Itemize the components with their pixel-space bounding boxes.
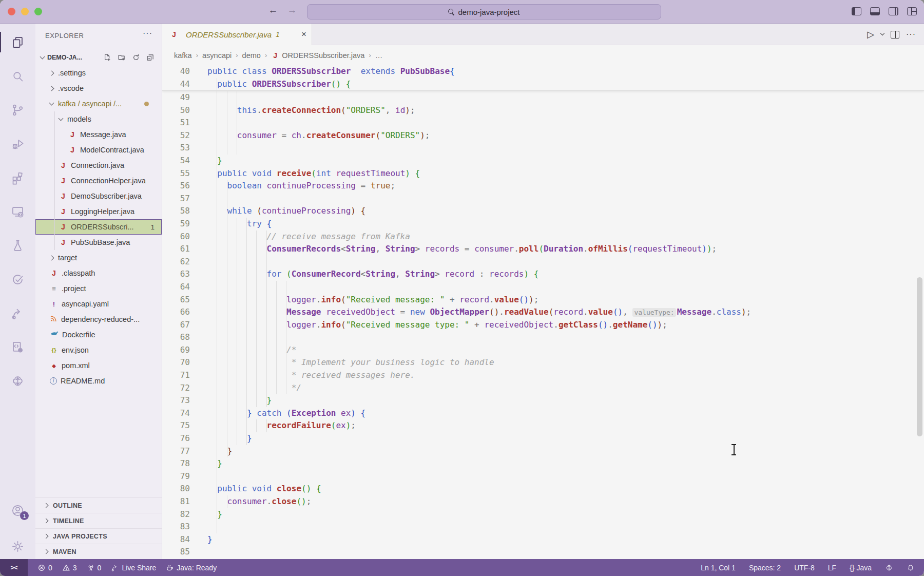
- run-dropdown-chevron-icon[interactable]: [880, 31, 884, 35]
- back-arrow-icon[interactable]: ←: [266, 5, 280, 16]
- sidebar-section-outline[interactable]: OUTLINE: [35, 497, 162, 513]
- remote-indicator[interactable]: ><: [0, 559, 28, 576]
- activity-item-intellicode[interactable]: [0, 368, 35, 394]
- status-item-broadcast[interactable]: 0: [87, 564, 102, 572]
- new-file-icon[interactable]: [103, 53, 111, 62]
- section-label: TIMELINE: [53, 517, 84, 525]
- status-item-brain[interactable]: [885, 564, 893, 572]
- tree-item-asyncapi-yaml[interactable]: !asyncapi.yaml: [35, 296, 162, 312]
- tree-item-readme-md[interactable]: iREADME.md: [35, 373, 162, 389]
- settings-gear-button[interactable]: [0, 533, 35, 560]
- tree-item-modelcontract-java[interactable]: JModelContract.java: [35, 142, 162, 158]
- activity-item-live-share[interactable]: [0, 300, 35, 327]
- status-item-warning[interactable]: 3: [62, 564, 77, 572]
- activity-item-search[interactable]: [0, 63, 35, 89]
- sidebar-section-java-projects[interactable]: JAVA PROJECTS: [35, 528, 162, 544]
- command-center-search[interactable]: demo-java-project: [307, 4, 661, 20]
- breadcrumb-item[interactable]: ORDERSSubscriber.java: [282, 51, 364, 60]
- json-braces-icon: {}: [50, 347, 58, 353]
- tree-item-dependency-reduced[interactable]: dependency-reduced-...: [35, 312, 162, 327]
- tree-item-connection-java[interactable]: JConnection.java: [35, 158, 162, 173]
- line-number: 65: [162, 294, 190, 306]
- status-item-live-share[interactable]: Live Share: [111, 564, 156, 572]
- editor-scrollbar[interactable]: [917, 277, 922, 436]
- code-area[interactable]: 40public class ORDERSSubscriber extends …: [162, 65, 924, 559]
- breadcrumb-item[interactable]: …: [375, 51, 383, 60]
- activity-item-project-runner[interactable]: [0, 334, 35, 360]
- tree-item-models[interactable]: models: [35, 111, 162, 127]
- indent-guides: [207, 344, 286, 357]
- tree-item-settings[interactable]: .settings: [35, 65, 162, 81]
- tree-item-message-java[interactable]: JMessage.java: [35, 127, 162, 142]
- activity-item-testing[interactable]: [0, 232, 35, 259]
- project-section-header[interactable]: DEMO-JA...: [35, 49, 162, 65]
- activity-item-explorer[interactable]: [0, 29, 35, 55]
- activity-item-todo[interactable]: [0, 266, 35, 293]
- close-window-button[interactable]: [8, 8, 15, 15]
- tree-item-dockerfile[interactable]: Dockerfile: [35, 327, 162, 342]
- indent-guides: [207, 432, 247, 445]
- sidebar-section-timeline[interactable]: TIMELINE: [35, 513, 162, 528]
- code-token: for: [267, 269, 282, 279]
- status-item-spaces-2[interactable]: Spaces: 2: [749, 564, 781, 572]
- indent-guides: [207, 294, 286, 306]
- tree-item-demosubscriber-java[interactable]: JDemoSubscriber.java: [35, 188, 162, 204]
- sidebar-section-maven[interactable]: MAVEN: [35, 544, 162, 559]
- indent-guide: [54, 142, 55, 158]
- code-token: String: [365, 269, 395, 279]
- tree-item-connectionhelper-java[interactable]: JConnectionHelper.java: [35, 173, 162, 188]
- minimize-window-button[interactable]: [21, 8, 29, 15]
- tree-item-target[interactable]: target: [35, 250, 162, 265]
- toggle-panel-icon[interactable]: [870, 7, 880, 15]
- new-folder-icon[interactable]: [118, 53, 126, 62]
- activity-item-remote-explorer[interactable]: [0, 198, 35, 225]
- tree-item-logginghelper-java[interactable]: JLoggingHelper.java: [35, 204, 162, 219]
- maximize-window-button[interactable]: [34, 8, 42, 15]
- tree-item-pom-xml[interactable]: ◆pom.xml: [35, 358, 162, 373]
- code-token: (: [286, 269, 292, 279]
- tree-item-env-json[interactable]: {}env.json: [35, 342, 162, 358]
- status-item-label: 0: [48, 564, 52, 572]
- breadcrumb-item[interactable]: kafka: [174, 51, 192, 60]
- tree-item-vscode[interactable]: .vscode: [35, 81, 162, 96]
- java-file-icon: J: [59, 223, 67, 231]
- activity-item-source-control[interactable]: [0, 97, 35, 123]
- status-item-bell[interactable]: [907, 564, 915, 572]
- activity-item-extensions[interactable]: [0, 164, 35, 191]
- refresh-icon[interactable]: [132, 53, 140, 62]
- activity-item-run-and-debug[interactable]: [0, 130, 35, 157]
- code-token: receivedObject: [484, 320, 553, 330]
- run-button[interactable]: ▷: [867, 29, 874, 40]
- status-item-ln-1-col-1[interactable]: Ln 1, Col 1: [701, 564, 736, 572]
- editor-more-actions-icon[interactable]: ···: [906, 30, 916, 39]
- file-tree: .settings.vscodekafka / asyncapi /...mod…: [35, 65, 162, 389]
- split-editor-icon[interactable]: [891, 31, 899, 39]
- code-token: public: [217, 79, 252, 89]
- line-number: 70: [162, 356, 190, 369]
- forward-arrow-icon[interactable]: →: [285, 5, 299, 16]
- tab-orderssubscriber[interactable]: J ORDERSSubscriber.java 1 ×: [162, 24, 312, 45]
- status-item-lf[interactable]: LF: [828, 564, 836, 572]
- code-token: }: [217, 156, 222, 165]
- breadcrumb[interactable]: kafka›asyncapi›demo›JORDERSSubscriber.ja…: [162, 45, 924, 65]
- status-item-java-coffee[interactable]: Java: Ready: [166, 564, 217, 572]
- status-item-error[interactable]: 0: [37, 564, 52, 572]
- tree-item-orderssubscri[interactable]: JORDERSSubscri...1: [35, 219, 162, 235]
- breadcrumb-item[interactable]: demo: [242, 51, 261, 60]
- account-button[interactable]: 1: [0, 497, 35, 524]
- close-tab-icon[interactable]: ×: [301, 29, 306, 40]
- code-line: 51: [162, 117, 924, 129]
- tree-item-project[interactable]: ≡.project: [35, 281, 162, 296]
- tree-item-pubsubbase-java[interactable]: JPubSubBase.java: [35, 235, 162, 250]
- collapse-all-icon[interactable]: [146, 53, 155, 62]
- toggle-sidebar-icon[interactable]: [852, 7, 861, 15]
- toggle-secondary-sidebar-icon[interactable]: [889, 7, 898, 15]
- tree-item-kafka-asyncapi[interactable]: kafka / asyncapi /...: [35, 96, 162, 111]
- customize-layout-icon[interactable]: [907, 7, 917, 15]
- breadcrumb-item[interactable]: asyncapi: [202, 51, 232, 60]
- status-item-utf-8[interactable]: UTF-8: [794, 564, 815, 572]
- explorer-more-actions-icon[interactable]: ···: [143, 29, 152, 38]
- tree-item-classpath[interactable]: J.classpath: [35, 265, 162, 281]
- status-item--java[interactable]: {} Java: [850, 564, 872, 572]
- indent-guides: [207, 256, 267, 268]
